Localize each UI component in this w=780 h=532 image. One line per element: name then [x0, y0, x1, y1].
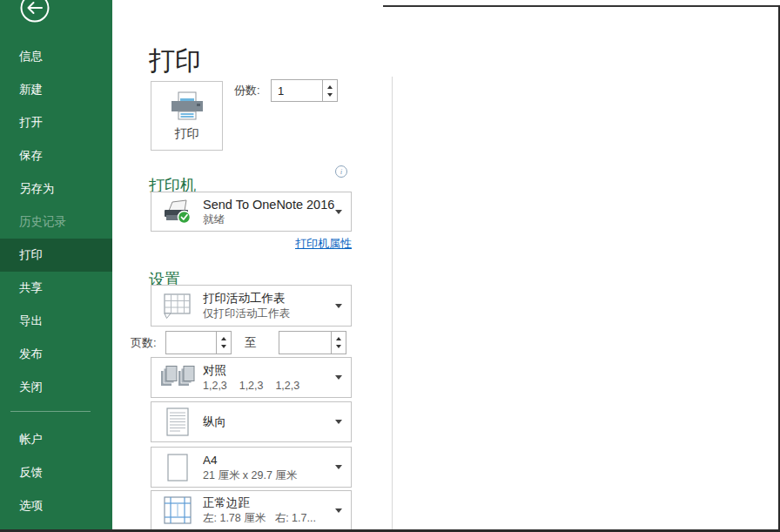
spinner-up-icon[interactable]	[327, 85, 333, 89]
sidebar-item-account[interactable]: 帐户	[0, 423, 112, 456]
sidebar-item-feedback[interactable]: 反馈	[0, 456, 112, 489]
print-button[interactable]: 打印	[151, 81, 223, 151]
sidebar-item-print[interactable]: 打印	[0, 239, 112, 272]
sidebar-item-history: 历史记录	[0, 205, 112, 239]
chevron-down-icon	[335, 375, 342, 380]
printer-dropdown[interactable]: Send To OneNote 2016 就绪	[151, 192, 352, 232]
printer-name: Send To OneNote 2016	[203, 197, 335, 212]
chevron-down-icon	[335, 210, 342, 214]
spinner-down-icon[interactable]	[336, 345, 341, 348]
chevron-down-icon	[335, 420, 342, 424]
sidebar-item-publish[interactable]: 发布	[0, 338, 112, 371]
pages-from-spinner[interactable]	[165, 331, 232, 354]
spinner-up-icon[interactable]	[336, 337, 341, 340]
info-icon[interactable]: i	[335, 165, 347, 178]
collation-dropdown[interactable]: 对照 1,2,3 1,2,3 1,2,3	[151, 357, 352, 398]
paper-size-main: A4	[203, 453, 335, 468]
sidebar-item-options[interactable]: 选项	[0, 489, 112, 522]
printer-properties-link[interactable]: 打印机属性	[151, 236, 352, 252]
sidebar-item-close[interactable]: 关闭	[0, 371, 112, 404]
excel-backstage-print-view: 信息新建打开保存另存为历史记录打印共享导出发布关闭帐户反馈选项 打印 打印 份数…	[0, 0, 780, 532]
paper-size-dropdown[interactable]: A4 21 厘米 x 29.7 厘米	[151, 447, 352, 488]
backstage-sidebar: 信息新建打开保存另存为历史记录打印共享导出发布关闭帐户反馈选项	[0, 0, 112, 532]
pages-to-spinner[interactable]	[279, 331, 346, 354]
copies-spinner[interactable]: 1	[271, 79, 338, 102]
chevron-down-icon	[335, 508, 342, 513]
copies-label: 份数:	[234, 79, 260, 102]
collated-pages-icon	[151, 365, 203, 391]
print-preview-area: 姓名部门产品销量 姓名1销售一部13姓名2销售一部42姓名3销售一部48姓名4销…	[393, 0, 780, 532]
collation-main: 对照	[203, 363, 335, 379]
back-button[interactable]	[19, 0, 50, 24]
collation-sub: 1,2,3 1,2,3 1,2,3	[203, 379, 335, 393]
chevron-down-icon	[335, 304, 342, 308]
pages-to-label: 至	[245, 331, 257, 354]
sidebar-item-export[interactable]: 导出	[0, 305, 112, 338]
blank-page-icon	[151, 454, 203, 481]
sidebar-item-new[interactable]: 新建	[0, 73, 112, 106]
window-top-edge	[383, 5, 780, 7]
spinner-up-icon[interactable]	[221, 337, 226, 340]
printer-status-icon	[151, 199, 203, 225]
spinner-down-icon[interactable]	[327, 93, 333, 97]
sidebar-item-save[interactable]: 保存	[0, 139, 112, 172]
print-what-main: 打印活动工作表	[203, 291, 335, 306]
page-margins-icon	[151, 496, 203, 524]
print-what-dropdown[interactable]: 打印活动工作表 仅打印活动工作表	[151, 285, 352, 327]
orientation-main: 纵向	[203, 414, 335, 430]
copies-value[interactable]: 1	[272, 80, 322, 101]
pages-to-value[interactable]	[279, 332, 331, 354]
sidebar-item-open[interactable]: 打开	[0, 106, 112, 139]
pages-label: 页数:	[131, 331, 157, 354]
orientation-dropdown[interactable]: 纵向	[151, 401, 352, 442]
sidebar-divider	[10, 411, 91, 412]
pages-to-arrows[interactable]	[331, 332, 346, 354]
margins-main: 正常边距	[203, 495, 335, 511]
pages-from-value[interactable]	[166, 332, 216, 354]
sidebar-nav: 信息新建打开保存另存为历史记录打印共享导出发布关闭帐户反馈选项	[0, 40, 112, 522]
sidebar-item-info[interactable]: 信息	[0, 40, 112, 73]
page-title: 打印	[149, 44, 201, 79]
spinner-down-icon[interactable]	[221, 345, 226, 348]
chevron-down-icon	[335, 465, 342, 469]
worksheet-icon	[151, 293, 203, 320]
sidebar-item-share[interactable]: 共享	[0, 272, 112, 305]
print-button-label: 打印	[175, 126, 199, 142]
sidebar-item-save-as[interactable]: 另存为	[0, 172, 112, 205]
margins-sub: 左: 1.78 厘米 右: 1.7...	[203, 511, 335, 525]
back-arrow-icon	[19, 0, 50, 24]
portrait-page-icon	[151, 407, 203, 436]
printer-icon	[168, 91, 206, 122]
margins-dropdown[interactable]: 正常边距 左: 1.78 厘米 右: 1.7...	[151, 490, 352, 530]
copies-spinner-arrows[interactable]	[322, 80, 337, 101]
pages-from-arrows[interactable]	[216, 332, 231, 354]
paper-size-sub: 21 厘米 x 29.7 厘米	[203, 468, 335, 482]
printer-status: 就绪	[203, 212, 335, 226]
print-what-sub: 仅打印活动工作表	[203, 306, 335, 320]
